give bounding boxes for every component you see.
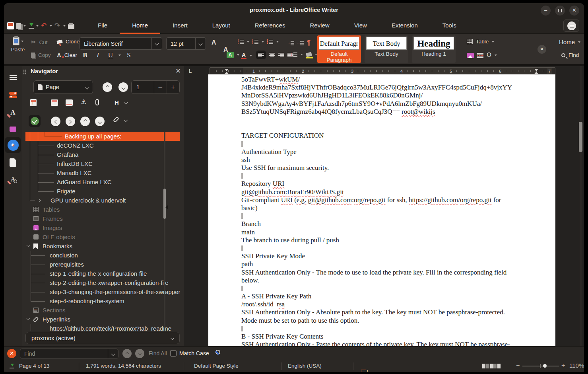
chevron-down-icon[interactable] bbox=[237, 54, 239, 56]
clone-formatting-button[interactable]: Clone bbox=[57, 39, 80, 45]
copy-button[interactable]: Copy bbox=[31, 52, 51, 58]
nav-tree-item[interactable]: Hyperlinks bbox=[25, 315, 180, 324]
navigator-scrollbar-thumb[interactable] bbox=[163, 189, 166, 219]
right-indent-marker[interactable] bbox=[534, 69, 538, 71]
sidebar-tab-navigator[interactable] bbox=[5, 137, 21, 153]
find-next-button[interactable] bbox=[135, 349, 144, 358]
sidebar-tab-gallery[interactable] bbox=[5, 121, 21, 137]
book-view-icon[interactable] bbox=[493, 364, 497, 368]
zoom-slider-track[interactable] bbox=[522, 366, 559, 366]
nav-tree-item[interactable]: conclusion bbox=[25, 251, 180, 260]
active-document-selector[interactable]: proxmox (active) bbox=[25, 332, 180, 344]
align-right-icon[interactable] bbox=[278, 53, 284, 57]
collapse-icon[interactable] bbox=[26, 243, 30, 247]
nav-tree-item[interactable]: prerequisites bbox=[25, 260, 180, 269]
document-scrollbar-thumb[interactable] bbox=[579, 122, 582, 152]
zoom-slider-thumb[interactable] bbox=[543, 364, 547, 368]
nav-tree-item[interactable]: step-2-editing-the-xwrapper-configuratio… bbox=[25, 278, 180, 287]
minimize-button[interactable]: – bbox=[541, 6, 551, 16]
chevron-down-icon[interactable] bbox=[36, 25, 39, 27]
next-item-button[interactable] bbox=[66, 117, 75, 126]
drag-mode-dropdown[interactable] bbox=[124, 119, 127, 121]
navigator-scrollbar[interactable] bbox=[164, 132, 165, 331]
nav-tree-item[interactable]: GPU underclock & undervolt bbox=[25, 196, 180, 205]
set-reminder-button[interactable] bbox=[95, 99, 99, 105]
zoom-in-button[interactable]: + bbox=[561, 362, 565, 369]
find-all-button[interactable]: Find All bbox=[149, 350, 167, 356]
page-info[interactable]: Page 4 of 13 bbox=[19, 363, 50, 369]
font-name-combo[interactable]: Liberation Serif bbox=[80, 37, 162, 50]
match-case-checkbox[interactable] bbox=[170, 350, 177, 356]
bold-button[interactable]: B bbox=[80, 51, 90, 59]
page-number-spinner[interactable]: 1 – + bbox=[131, 80, 180, 94]
tab-tools[interactable]: Tools bbox=[430, 18, 469, 34]
tab-insert[interactable]: Insert bbox=[160, 18, 200, 34]
nav-tree-item[interactable]: Images bbox=[25, 223, 180, 232]
grip-icon[interactable] bbox=[23, 69, 26, 74]
nav-tree-item[interactable]: https://github.com/tteck/Proxmox?tab_rea… bbox=[25, 324, 180, 331]
tab-file[interactable]: File bbox=[85, 18, 120, 34]
chevron-down-icon[interactable] bbox=[578, 41, 580, 43]
strikethrough-button[interactable]: S bbox=[124, 51, 134, 59]
zoom-level[interactable]: 110% bbox=[569, 362, 584, 369]
close-button[interactable]: ✕ bbox=[569, 6, 579, 16]
copy-icon[interactable] bbox=[16, 23, 21, 29]
undo-icon[interactable]: ↶ bbox=[41, 22, 47, 29]
new-document-icon[interactable] bbox=[7, 22, 14, 29]
chevron-down-icon[interactable] bbox=[276, 41, 279, 43]
expand-icon[interactable] bbox=[37, 199, 41, 202]
italic-button[interactable]: I bbox=[93, 51, 103, 59]
align-left-button[interactable] bbox=[256, 51, 266, 59]
nav-tree-item[interactable]: step-1-editing-the-x-configuration-file bbox=[25, 269, 180, 278]
multi-page-view-icon[interactable] bbox=[486, 364, 489, 368]
chevron-down-icon[interactable] bbox=[63, 25, 66, 27]
toolbar-overflow-button[interactable]: » bbox=[538, 45, 546, 54]
special-character-icon[interactable]: Ω bbox=[487, 52, 491, 59]
footer-button[interactable] bbox=[66, 99, 73, 106]
nav-tree-item[interactable]: InfluxDB LXC bbox=[25, 159, 180, 168]
zoom-out-button[interactable]: − bbox=[516, 362, 520, 369]
single-page-view-icon[interactable] bbox=[482, 364, 485, 368]
next-page-button[interactable] bbox=[118, 82, 128, 92]
chevron-down-icon[interactable] bbox=[50, 25, 52, 27]
page-number-decrement[interactable]: – bbox=[154, 81, 167, 94]
nav-tree-item[interactable]: OLE objects bbox=[25, 232, 180, 242]
collapse-icon[interactable] bbox=[26, 316, 30, 320]
navigator-close-icon[interactable]: ✕ bbox=[175, 67, 181, 75]
highlight-color-button[interactable]: A bbox=[227, 52, 239, 58]
promote-chapter-button[interactable] bbox=[80, 117, 90, 126]
maximize-button[interactable] bbox=[555, 6, 565, 16]
heading-levels-button[interactable]: H bbox=[114, 99, 119, 106]
nav-tree-item[interactable]: Bookmarks bbox=[25, 242, 180, 251]
underline-button[interactable]: U bbox=[106, 51, 115, 59]
paste-button[interactable]: Paste bbox=[8, 37, 28, 53]
sidebar-tab-style-inspector[interactable]: A bbox=[5, 171, 21, 187]
style-heading-1[interactable]: HeadingHeading 1 bbox=[412, 35, 456, 63]
page-number-increment[interactable]: + bbox=[167, 81, 179, 94]
tab-stop-type-icon[interactable]: L bbox=[189, 68, 192, 74]
tab-layout[interactable]: Layout bbox=[200, 18, 243, 34]
heading-levels-dropdown[interactable] bbox=[124, 101, 127, 104]
line-spacing-icon[interactable] bbox=[291, 52, 297, 57]
paragraph-background-icon[interactable] bbox=[306, 52, 312, 57]
text-language[interactable]: English (USA) bbox=[288, 363, 322, 369]
find-close-button[interactable]: ✕ bbox=[7, 349, 16, 358]
previous-item-button[interactable] bbox=[51, 117, 60, 126]
toggle-master-view-button[interactable] bbox=[30, 99, 37, 106]
outline-list-icon[interactable] bbox=[267, 39, 273, 44]
nav-tree-item[interactable]: Frames bbox=[25, 214, 180, 223]
find-toggle-button[interactable]: Find bbox=[561, 52, 579, 58]
style-text-body[interactable]: Text BodyText Body bbox=[365, 35, 408, 63]
find-history-dropdown[interactable] bbox=[108, 349, 118, 358]
find-previous-button[interactable] bbox=[122, 349, 132, 358]
save-icon[interactable] bbox=[28, 22, 34, 29]
cut-button[interactable]: ✂ Cut bbox=[31, 39, 48, 46]
chevron-down-icon[interactable] bbox=[495, 55, 497, 56]
drag-mode-button[interactable] bbox=[114, 117, 118, 123]
formatting-marks-icon[interactable]: ¶ bbox=[307, 39, 310, 47]
nav-tree-item[interactable]: step-3-changing-the-permissions-of-the-x… bbox=[25, 287, 180, 296]
font-size-dropdown[interactable] bbox=[195, 38, 206, 49]
demote-chapter-button[interactable] bbox=[95, 117, 105, 126]
sidebar-tab-page[interactable] bbox=[5, 154, 21, 171]
nav-tree-item[interactable]: Mariadb LXC bbox=[25, 168, 180, 177]
